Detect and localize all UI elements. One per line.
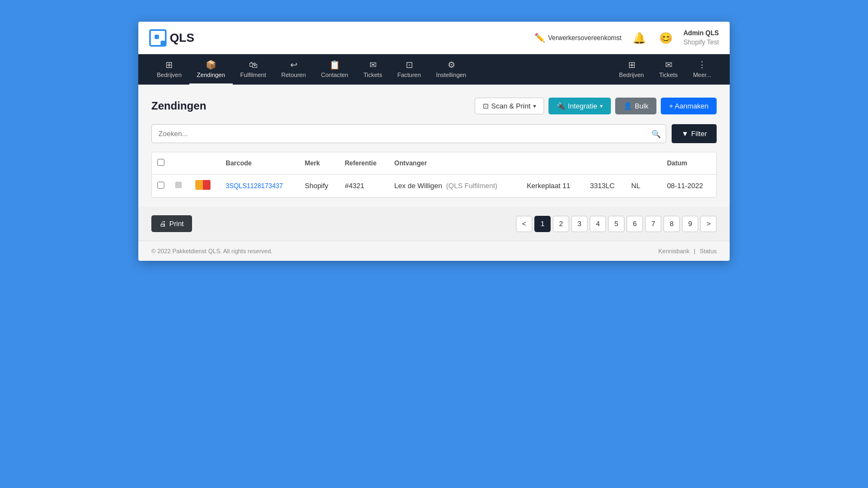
contacten-icon: 📋 <box>329 60 340 70</box>
smiley-button[interactable]: 😊 <box>657 29 675 47</box>
table-container: Barcode Merk Referentie Ontvanger Datum <box>151 152 717 198</box>
search-input-wrapper: 🔍 <box>151 124 666 143</box>
nav-label-bedrijven-right: Bedrijven <box>619 72 644 78</box>
pagination-page-4[interactable]: 4 <box>590 216 606 232</box>
barcode-link[interactable]: 3SQLS1128173437 <box>226 182 283 190</box>
nav-label-instellingen: Instellingen <box>436 72 467 78</box>
nav-item-retouren[interactable]: ↩ Retouren <box>274 54 314 85</box>
svg-rect-0 <box>155 35 159 39</box>
bulk-button[interactable]: 👤 Bulk <box>615 98 656 114</box>
row-checkbox[interactable] <box>157 182 164 189</box>
row-checkbox-cell[interactable] <box>152 175 170 197</box>
status-indicator <box>175 182 182 188</box>
nav-item-tickets[interactable]: ✉ Tickets <box>356 54 390 85</box>
pagination-page-5[interactable]: 5 <box>608 216 624 232</box>
th-carrier <box>190 152 220 175</box>
table-body: 3SQLS1128173437 Shopify #4321 Lex de Wil… <box>152 175 716 197</box>
notifications-button[interactable]: 🔔 <box>630 29 648 47</box>
instellingen-icon: ⚙ <box>448 60 455 70</box>
pagination-page-1[interactable]: 1 <box>534 216 551 232</box>
search-input[interactable] <box>151 124 666 143</box>
table-header-row: Barcode Merk Referentie Ontvanger Datum <box>152 152 716 175</box>
bedrijven-right-icon: ⊞ <box>628 60 635 70</box>
edit-icon: ✏️ <box>534 33 545 43</box>
nav-label-contacten: Contacten <box>321 72 348 78</box>
topbar: QLS ✏️ Verwerkersovereenkomst 🔔 😊 Admin … <box>138 22 730 54</box>
nav-label-tickets-right: Tickets <box>659 72 678 78</box>
pagination-page-6[interactable]: 6 <box>627 216 643 232</box>
row-spacer-cell <box>649 175 661 197</box>
row-postcode-cell: 3313LC <box>584 175 626 197</box>
pagination-prev[interactable]: < <box>516 216 532 232</box>
meer-icon: ⋮ <box>698 60 706 70</box>
th-ontvanger: Ontvanger <box>389 152 521 175</box>
nav-label-retouren: Retouren <box>282 72 306 78</box>
nav-item-tickets-right[interactable]: ✉ Tickets <box>652 54 685 85</box>
main-content: Zendingen ⊡ Scan & Print 🔌 Integratie 👤 … <box>138 85 730 207</box>
navbar: ⊞ Bedrijven 📦 Zendingen 🛍 Fulfilment ↩ R… <box>138 54 730 85</box>
footer-kennisbank[interactable]: Kennisbank <box>658 248 690 254</box>
th-status <box>170 152 190 175</box>
smiley-icon: 😊 <box>659 31 673 44</box>
tickets-right-icon: ✉ <box>665 60 672 70</box>
aanmaken-button[interactable]: + Aanmaken <box>661 98 717 114</box>
footer-status[interactable]: Status <box>700 248 717 254</box>
zendingen-table: Barcode Merk Referentie Ontvanger Datum <box>152 152 716 197</box>
filter-icon: ▼ <box>681 130 688 138</box>
select-all-checkbox[interactable] <box>157 159 164 166</box>
footer-separator: | <box>694 248 695 254</box>
footer-links: Kennisbank | Status <box>658 248 717 254</box>
facturen-icon: ⊡ <box>406 60 413 70</box>
pagination-page-9[interactable]: 9 <box>682 216 698 232</box>
nav-item-contacten[interactable]: 📋 Contacten <box>314 54 356 85</box>
topbar-right: ✏️ Verwerkersovereenkomst 🔔 😊 Admin QLS … <box>534 29 719 47</box>
nav-item-fulfilment[interactable]: 🛍 Fulfilment <box>233 54 274 85</box>
print-button[interactable]: 🖨 Print <box>151 215 192 232</box>
pagination-page-8[interactable]: 8 <box>663 216 680 232</box>
integratie-button[interactable]: 🔌 Integratie <box>548 98 611 114</box>
nav-item-meer[interactable]: ⋮ Meer... <box>685 54 719 85</box>
row-adres-cell: Kerkeplaat 11 <box>521 175 584 197</box>
fulfilment-icon: 🛍 <box>249 60 258 70</box>
nav-item-facturen[interactable]: ⊡ Facturen <box>390 54 428 85</box>
row-land-cell: NL <box>626 175 649 197</box>
pagination-page-3[interactable]: 3 <box>571 216 588 232</box>
pagination-next[interactable]: > <box>700 216 717 232</box>
header-buttons: ⊡ Scan & Print 🔌 Integratie 👤 Bulk + Aan… <box>475 98 717 114</box>
pagination: < 1 2 3 4 5 6 7 8 9 > <box>516 216 717 232</box>
integratie-icon: 🔌 <box>557 102 565 110</box>
row-datum-cell: 08-11-2022 <box>661 175 716 197</box>
nav-item-zendingen[interactable]: 📦 Zendingen <box>189 54 233 85</box>
scan-print-button[interactable]: ⊡ Scan & Print <box>475 98 544 114</box>
nav-label-meer: Meer... <box>693 72 711 78</box>
nav-item-bedrijven-right[interactable]: ⊞ Bedrijven <box>611 54 652 85</box>
nav-label-bedrijven: Bedrijven <box>157 72 182 78</box>
row-referentie-cell: #4321 <box>339 175 388 197</box>
logo-text: QLS <box>170 31 194 45</box>
row-carrier-cell <box>190 175 220 197</box>
nav-item-instellingen[interactable]: ⚙ Instellingen <box>429 54 474 85</box>
row-status-cell <box>170 175 190 197</box>
th-select-all[interactable] <box>152 152 170 175</box>
logo-icon <box>149 29 167 47</box>
bulk-icon: 👤 <box>623 102 632 110</box>
nav-label-tickets: Tickets <box>363 72 382 78</box>
zendingen-icon: 📦 <box>206 60 216 70</box>
footer: © 2022 Pakketdienst QLS. All rights rese… <box>138 241 730 261</box>
th-postcode <box>584 152 626 175</box>
filter-button[interactable]: ▼ Filter <box>672 124 717 143</box>
table-row: 3SQLS1128173437 Shopify #4321 Lex de Wil… <box>152 175 716 197</box>
pagination-page-2[interactable]: 2 <box>553 216 569 232</box>
bottom-area: 🖨 Print < 1 2 3 4 5 6 7 8 9 > <box>138 207 730 241</box>
nav-item-bedrijven[interactable]: ⊞ Bedrijven <box>149 54 189 85</box>
verwerkersovereenkomst-link[interactable]: ✏️ Verwerkersovereenkomst <box>534 33 621 43</box>
th-adres <box>521 152 584 175</box>
user-info: Admin QLS Shopify Test <box>684 29 719 47</box>
pagination-page-7[interactable]: 7 <box>645 216 661 232</box>
th-datum: Datum <box>661 152 716 175</box>
bottom-controls: 🖨 Print < 1 2 3 4 5 6 7 8 9 > <box>151 207 717 241</box>
retouren-icon: ↩ <box>290 60 297 70</box>
user-company: Shopify Test <box>684 38 719 47</box>
search-icon: 🔍 <box>652 130 661 138</box>
nav-label-fulfilment: Fulfilment <box>240 72 266 78</box>
